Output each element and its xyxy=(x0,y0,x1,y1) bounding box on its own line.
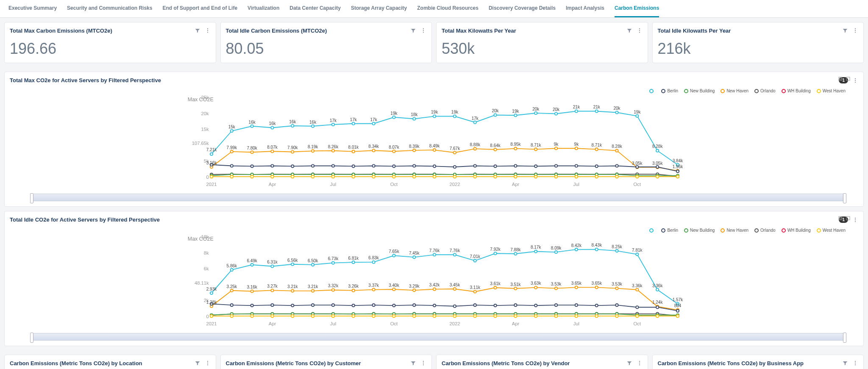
chart-point[interactable] xyxy=(433,175,436,178)
chart-point[interactable] xyxy=(312,289,314,292)
chart-point[interactable] xyxy=(231,175,233,178)
tab-end-of-support-and-end-of-life[interactable]: End of Support and End of Life xyxy=(162,0,237,17)
chart-point[interactable] xyxy=(291,175,294,178)
chart-point[interactable] xyxy=(636,315,638,317)
chart-point[interactable] xyxy=(575,286,578,289)
chart-point[interactable] xyxy=(636,306,638,308)
chart-point[interactable] xyxy=(352,289,355,292)
chart-point[interactable] xyxy=(433,315,436,317)
chart-point[interactable] xyxy=(231,304,233,306)
chart-point[interactable] xyxy=(636,253,638,255)
legend-item[interactable]: New Haven xyxy=(721,89,748,93)
chart-point[interactable] xyxy=(352,150,355,153)
chart-point[interactable] xyxy=(231,150,233,153)
chart-point[interactable] xyxy=(615,164,618,167)
chart-series[interactable] xyxy=(211,165,678,172)
chart-point[interactable] xyxy=(514,252,517,255)
filter-icon[interactable] xyxy=(195,28,200,33)
chart-point[interactable] xyxy=(271,164,273,167)
legend-item[interactable]: Berlin xyxy=(661,228,678,233)
chart-point[interactable] xyxy=(210,175,213,178)
chart-point[interactable] xyxy=(534,304,537,307)
chart-point[interactable] xyxy=(251,264,253,266)
legend-item[interactable]: Orlando xyxy=(754,89,776,93)
chart-point[interactable] xyxy=(231,130,233,132)
chart-point[interactable] xyxy=(352,165,355,167)
chart-point[interactable] xyxy=(514,164,517,167)
chart-point[interactable] xyxy=(534,286,537,289)
chart-point[interactable] xyxy=(332,289,334,291)
chart-point[interactable] xyxy=(271,150,273,153)
chart-point[interactable] xyxy=(514,315,517,317)
chart-point[interactable] xyxy=(372,164,375,167)
chart-point[interactable] xyxy=(453,253,456,256)
chart-point[interactable] xyxy=(372,261,375,264)
chart-point[interactable] xyxy=(676,170,679,172)
chart-point[interactable] xyxy=(372,149,375,152)
chart-point[interactable] xyxy=(656,289,659,291)
legend-item[interactable] xyxy=(649,228,655,233)
chart-point[interactable] xyxy=(312,264,314,266)
line-chart[interactable]: Max CO2E05k107.65k15k20k25k2021AprJulOct… xyxy=(10,95,858,190)
chart-point[interactable] xyxy=(555,147,557,150)
expand-icon[interactable] xyxy=(846,216,851,221)
chart-point[interactable] xyxy=(595,248,598,251)
chart-point[interactable] xyxy=(494,315,496,317)
chart-point[interactable] xyxy=(251,175,253,178)
chart-point[interactable] xyxy=(555,175,557,178)
chart-point[interactable] xyxy=(575,175,578,178)
chart-point[interactable] xyxy=(453,175,456,178)
legend-item[interactable] xyxy=(649,89,655,93)
chart-point[interactable] xyxy=(413,175,415,178)
chart-point[interactable] xyxy=(474,121,476,124)
chart-point[interactable] xyxy=(271,289,273,291)
chart-point[interactable] xyxy=(392,116,395,119)
chart-point[interactable] xyxy=(575,147,578,150)
chart-series[interactable] xyxy=(211,314,678,315)
chart-point[interactable] xyxy=(656,166,659,168)
chart-point[interactable] xyxy=(352,315,355,317)
chart-point[interactable] xyxy=(595,110,598,112)
chart-point[interactable] xyxy=(453,166,456,168)
line-chart[interactable]: Max CO2E02k48.11k6k8k10k2021AprJulOct202… xyxy=(10,234,858,330)
chart-point[interactable] xyxy=(595,148,598,150)
chart-point[interactable] xyxy=(534,250,537,252)
chart-point[interactable] xyxy=(433,304,436,307)
chart-point[interactable] xyxy=(372,315,375,317)
chart-point[interactable] xyxy=(453,288,456,290)
chart-series[interactable] xyxy=(211,250,678,304)
chart-point[interactable] xyxy=(392,288,395,291)
chart-point[interactable] xyxy=(615,250,618,252)
legend-item[interactable]: WH Building xyxy=(782,228,811,233)
chart-point[interactable] xyxy=(352,175,355,178)
chart-point[interactable] xyxy=(251,304,253,307)
chart-point[interactable] xyxy=(413,256,415,258)
chart-point[interactable] xyxy=(494,175,496,178)
chart-point[interactable] xyxy=(291,304,294,307)
chart-point[interactable] xyxy=(392,150,395,153)
copy-icon[interactable] xyxy=(838,76,843,81)
filter-icon[interactable] xyxy=(410,360,416,366)
chart-point[interactable] xyxy=(312,175,314,178)
legend-item[interactable]: New Building xyxy=(684,89,715,93)
filter-icon[interactable] xyxy=(626,28,632,33)
chart-point[interactable] xyxy=(534,112,537,114)
chart-point[interactable] xyxy=(474,290,476,293)
chart-point[interactable] xyxy=(413,315,415,317)
chart-point[interactable] xyxy=(656,175,659,178)
chart-point[interactable] xyxy=(514,287,517,290)
chart-point[interactable] xyxy=(534,165,537,167)
chart-point[interactable] xyxy=(615,175,618,178)
more-icon[interactable] xyxy=(420,360,426,366)
chart-series[interactable] xyxy=(211,148,678,171)
chart-point[interactable] xyxy=(413,289,415,291)
chart-point[interactable] xyxy=(231,269,233,271)
chart-point[interactable] xyxy=(555,304,557,306)
chart-point[interactable] xyxy=(291,289,294,292)
chart-point[interactable] xyxy=(271,265,273,267)
chart-point[interactable] xyxy=(474,147,476,150)
chart-point[interactable] xyxy=(453,315,456,317)
chart-point[interactable] xyxy=(514,304,517,306)
chart-point[interactable] xyxy=(615,111,618,114)
legend-item[interactable]: West Haven xyxy=(817,228,846,233)
